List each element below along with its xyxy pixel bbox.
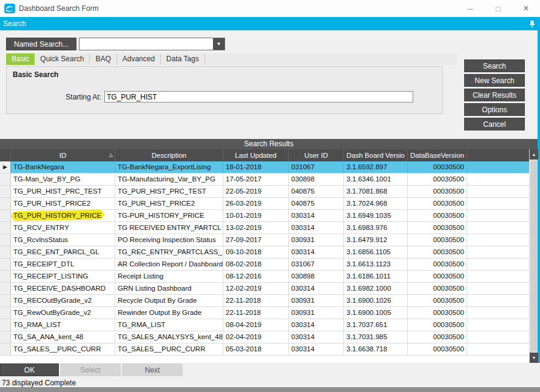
app-logo-icon: [4, 4, 15, 13]
row-marker: [0, 343, 11, 355]
select-button[interactable]: Select: [60, 363, 121, 376]
cell-id: TG_PUR_HISTORY_PRICE: [11, 210, 115, 221]
row-marker: [0, 331, 11, 343]
table-row[interactable]: TG_PUR_HIST_PRC_TESTTG_PUR_HIST_PRC_TEST…: [0, 186, 529, 198]
status-text: 73 displayed Complete: [2, 379, 76, 387]
named-search-combo[interactable]: ▼: [79, 38, 225, 50]
cell-description: PO Receiving Inspection Status: [115, 234, 223, 246]
table-row[interactable]: TG_RECEIVE_DASHBOARDGRN Listing Dashboar…: [0, 283, 529, 295]
table-row[interactable]: ▶TG-BankNegaraTG-BankNegara_ExportLising…: [0, 161, 529, 174]
cell-user-id: 030898: [289, 271, 344, 282]
table-row[interactable]: TG_RECEIPT_LISTINGReceipt Listing08-12-2…: [0, 271, 529, 283]
cell-dashboard-version: 3.1.6900.1026: [344, 295, 408, 306]
vertical-scrollbar[interactable]: ▲ ▼: [529, 149, 538, 363]
cell-database-version: 00030500: [408, 271, 467, 282]
dropdown-arrow-icon[interactable]: ▼: [213, 38, 224, 50]
maximize-icon[interactable]: □: [484, 0, 512, 17]
next-button[interactable]: Next: [122, 363, 183, 376]
table-row[interactable]: TG_REC_ENT_PARCL_GLTG_REC_ENTRY_PARTCLAS…: [0, 246, 529, 259]
new-search-button[interactable]: New Search: [464, 74, 525, 87]
cell-id: TG_RECEIPT_DTL: [11, 259, 115, 270]
cell-id: TG_PUR_HIST_PRICE2: [11, 198, 115, 209]
starting-at-input[interactable]: [104, 91, 413, 103]
cell-database-version: 00030500: [408, 259, 467, 270]
tab-advanced[interactable]: Advanced: [117, 53, 161, 65]
cell-last-updated: 27-09-2017: [223, 234, 289, 246]
table-row[interactable]: TG_RCV_ENTRYTG RECEIVED ENTRY_PARTCL13-0…: [0, 222, 529, 234]
panel-title: Search: [3, 19, 26, 28]
tab-basic[interactable]: Basic: [6, 53, 35, 65]
window-title: Dashboard Search Form: [19, 4, 98, 13]
cell-dashboard-version: 3.1.6479.912: [344, 234, 408, 246]
cell-last-updated: 22-05-2019: [223, 186, 289, 197]
cell-id: TG_SA_ANA_kent_48: [11, 331, 115, 343]
cell-database-version: 00030500: [408, 186, 467, 197]
sort-ascending-icon: △: [109, 149, 113, 161]
column-header-last-updated[interactable]: Last Updated: [223, 149, 289, 161]
cell-dashboard-version: 3.1.7024.968: [344, 198, 408, 209]
bottom-strip: [0, 387, 540, 392]
scroll-up-icon[interactable]: ▲: [530, 149, 538, 160]
ok-button[interactable]: OK: [0, 363, 59, 376]
column-header-database-version[interactable]: DataBaseVersion: [408, 149, 467, 161]
cancel-button[interactable]: Cancel: [464, 118, 525, 130]
table-row[interactable]: TG_PUR_HISTORY_PRICETG-PUR_HISTORY_PRICE…: [0, 210, 529, 222]
scrollbar-thumb[interactable]: [530, 160, 538, 352]
options-button[interactable]: Options: [464, 103, 525, 116]
row-marker: [0, 271, 11, 282]
tab-quick-search[interactable]: Quick Search: [35, 53, 90, 65]
cell-user-id: 030931: [289, 307, 344, 319]
cell-last-updated: 08-04-2019: [223, 319, 289, 331]
table-row[interactable]: TG-Man_Var_BY_PGTG-Manufacturing_Var_BY_…: [0, 174, 529, 186]
cell-id: TG-Man_Var_BY_PG: [11, 174, 115, 185]
tab-data-tags[interactable]: Data Tags: [161, 53, 205, 65]
cell-last-updated: 12-02-2019: [223, 283, 289, 294]
row-marker: [0, 186, 11, 197]
cell-last-updated: 02-04-2019: [223, 331, 289, 343]
cell-description: TG-BankNegara_ExportLising: [115, 161, 223, 173]
cell-user-id: 030314: [289, 319, 344, 331]
cell-description: TG_PUR_HIST_PRC_TEST: [115, 186, 223, 197]
cell-description: GRN Listing Dashboard: [115, 283, 223, 294]
cell-database-version: 00030500: [408, 283, 467, 294]
cell-database-version: 00030500: [408, 198, 467, 209]
close-icon[interactable]: ×: [512, 0, 540, 17]
search-button[interactable]: Search: [464, 59, 525, 72]
column-header-id[interactable]: ID△: [11, 149, 115, 161]
column-header-description[interactable]: Description: [115, 149, 223, 161]
table-row[interactable]: TG_RcvInsStatusPO Receiving Inspection S…: [0, 234, 529, 246]
cell-dashboard-version: 3.1.6613.1123: [344, 259, 408, 270]
group-title: Basic Search: [13, 70, 58, 79]
cell-dashboard-version: 3.1.7031.985: [344, 331, 408, 343]
cell-database-version: 00030500: [408, 295, 467, 306]
named-search-input[interactable]: [79, 38, 213, 50]
cell-dashboard-version: 3.1.6856.1105: [344, 246, 408, 258]
cell-user-id: 031067: [289, 161, 344, 173]
search-panel-header: Search: [0, 17, 540, 30]
tab-baq[interactable]: BAQ: [90, 53, 116, 65]
column-header-dashboard-version[interactable]: Dash Board Versio: [344, 149, 408, 161]
cell-user-id: 040875: [289, 186, 344, 197]
named-search-button[interactable]: Named Search...: [6, 38, 76, 50]
table-row[interactable]: TG_SALES__PURC_CURRTG_SALES__PURC_CURR05…: [0, 343, 529, 356]
table-row[interactable]: TG_RECEIPT_DTLAR Collection Report / Das…: [0, 259, 529, 271]
table-row[interactable]: TG_RewOutByGrade_v2Rewinder Output By Gr…: [0, 307, 529, 319]
scroll-down-icon[interactable]: ▼: [530, 353, 538, 363]
panel-border: [538, 30, 540, 363]
table-row[interactable]: TG_SA_ANA_kent_48TG_SALES_ANALYSYS_kent_…: [0, 331, 529, 343]
pin-icon[interactable]: [528, 19, 536, 28]
cell-id: TG_RECEIPT_LISTING: [11, 271, 115, 282]
clear-results-button[interactable]: Clear Results: [464, 89, 525, 101]
column-header-user-id[interactable]: User ID: [289, 149, 344, 161]
table-row[interactable]: TG_PUR_HIST_PRICE2TG_PUR_HIST_PRICE226-0…: [0, 198, 529, 210]
minimize-icon[interactable]: ─: [456, 0, 484, 17]
grid-header: ID△DescriptionLast UpdatedUser IDDash Bo…: [0, 149, 529, 161]
table-row[interactable]: TG_RECOutByGrade_v2Recycle Output By Gra…: [0, 295, 529, 307]
cell-user-id: 030314: [289, 210, 344, 221]
row-marker: ▶: [0, 161, 11, 173]
cell-description: TG-Manufacturing_Var_BY_PG: [115, 174, 223, 185]
row-marker: [0, 234, 11, 246]
table-row[interactable]: TG_RMA_LISTTG_RMA_LIST08-04-20190303143.…: [0, 319, 529, 331]
cell-user-id: 030314: [289, 343, 344, 355]
cell-database-version: 00030500: [408, 210, 467, 221]
